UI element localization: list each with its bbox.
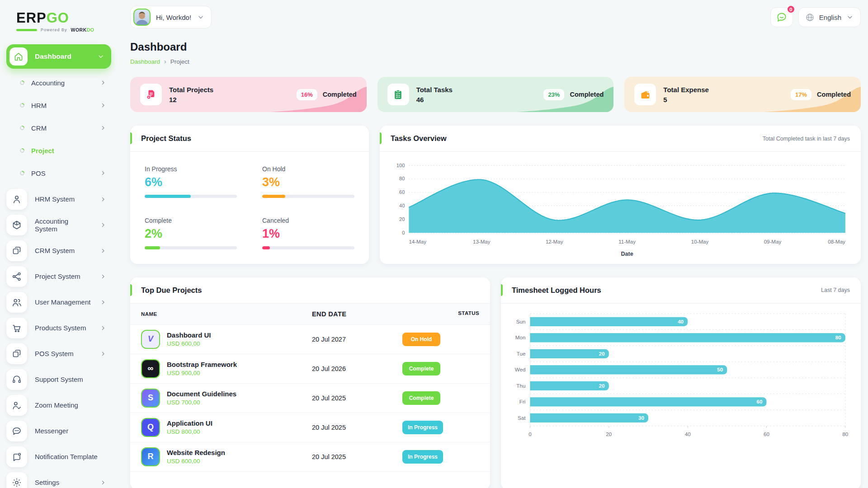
table-row[interactable]: Q Application UI USD 800,00 20 Jul 2025 … <box>130 413 490 442</box>
tasks-overview-title: Tasks Overview <box>391 134 447 143</box>
user-check-icon <box>11 400 22 411</box>
svg-text:Sun: Sun <box>516 319 526 324</box>
svg-text:09-May: 09-May <box>764 239 782 244</box>
svg-text:Thu: Thu <box>516 383 525 389</box>
logo-text-go: GO <box>47 10 69 26</box>
sidebar-item-support-system[interactable]: Support System <box>6 366 111 392</box>
svg-text:80: 80 <box>835 334 841 340</box>
project-end-date: 20 Jul 2025 <box>312 424 402 431</box>
sidebar-item-hrm[interactable]: HRM <box>6 94 111 117</box>
stat-value: 46 <box>416 96 453 103</box>
svg-text:80: 80 <box>842 431 848 437</box>
svg-text:40: 40 <box>678 319 684 324</box>
project-logo: R <box>141 447 160 466</box>
sidebar-item-label: Settings <box>35 479 92 486</box>
logo-underline <box>16 29 37 31</box>
sidebar-item-zoom-meeting[interactable]: Zoom Meeting <box>6 392 111 418</box>
project-end-date: 20 Jul 2027 <box>312 336 402 343</box>
sidebar-item-label: Accounting System <box>35 217 92 233</box>
sidebar-item-messenger[interactable]: Messenger <box>6 418 111 444</box>
bullet-icon <box>19 170 25 176</box>
svg-text:Tue: Tue <box>517 351 526 357</box>
sidebar-item-notification-template[interactable]: Notification Template <box>6 444 111 469</box>
user-menu-button[interactable]: Hi, Workdo! <box>130 6 212 28</box>
sidebar-sub-menu: Accounting HRM CRM Project POS <box>6 71 111 184</box>
sidebar-item-crm-system[interactable]: CRM System <box>6 238 111 263</box>
table-row[interactable]: ∞ Bootstrap Framework USD 900,00 20 Jul … <box>130 354 490 384</box>
status-badge: In Progress <box>402 421 443 434</box>
chat-bubble-icon <box>776 11 788 23</box>
chevron-right-icon <box>99 350 107 357</box>
sidebar-item-label: POS System <box>35 350 92 357</box>
sidebar-item-pos[interactable]: POS <box>6 162 111 184</box>
table-row[interactable]: V Dashboard UI USD 600,00 20 Jul 2027 On… <box>130 325 490 354</box>
sidebar-item-label: HRM <box>31 102 93 109</box>
stat-completed-label: Completed <box>817 91 851 98</box>
svg-text:08-May: 08-May <box>828 239 845 244</box>
stat-value: 12 <box>169 96 213 103</box>
greeting-text: Hi, Workdo! <box>156 14 191 21</box>
stat-card-total-expense: Total Expense 5 17% Completed <box>624 77 861 112</box>
project-name: Bootstrap Framework <box>167 361 237 368</box>
project-name: Website Redesign <box>167 449 225 456</box>
sidebar-item-pos-system[interactable]: POS System <box>6 341 111 366</box>
sidebar-item-label: HRM System <box>35 195 92 203</box>
timesheet-chart[interactable]: 40Sun80Mon20Tue50Wed20Thu60Fri30Sat02040… <box>501 304 861 447</box>
sidebar-item-label: Notification Template <box>35 453 107 460</box>
svg-text:0: 0 <box>402 230 405 235</box>
svg-text:10-May: 10-May <box>691 239 709 244</box>
project-price: USD 700,00 <box>167 399 236 406</box>
stat-percent-badge: 23% <box>543 89 564 100</box>
tasks-icon <box>387 84 409 105</box>
chevron-right-icon <box>99 221 107 229</box>
sidebar-item-accounting-system[interactable]: Accounting System <box>6 212 111 238</box>
stat-card-total-projects: Total Projects 12 16% Completed <box>130 77 367 112</box>
table-row[interactable]: R Website Redesign USD 600,00 20 Jul 202… <box>130 442 490 472</box>
table-body: V Dashboard UI USD 600,00 20 Jul 2027 On… <box>130 325 490 472</box>
bullet-icon <box>19 125 25 131</box>
stat-title: Total Tasks <box>416 86 453 94</box>
chevron-down-icon <box>846 13 854 21</box>
tasks-overview-chart[interactable]: 02040608010014-May13-May12-May11-May10-M… <box>380 152 861 264</box>
language-selector[interactable]: English <box>798 7 861 27</box>
column-name: NAME <box>141 310 312 318</box>
sidebar-item-label: Accounting <box>31 79 93 87</box>
svg-text:40: 40 <box>685 431 691 437</box>
sidebar-item-settings[interactable]: Settings <box>6 469 111 488</box>
chevron-down-icon <box>197 13 205 21</box>
chevron-right-icon <box>99 324 107 332</box>
svg-text:40: 40 <box>399 203 405 208</box>
project-status-card: Project Status In Progress 6% On Hold 3%… <box>130 126 369 264</box>
project-price: USD 800,00 <box>167 428 212 435</box>
sidebar-item-dashboard[interactable]: Dashboard <box>6 44 111 69</box>
gear-icon <box>11 477 22 488</box>
app-logo: ERPGO Powered By WORKDO <box>6 7 111 33</box>
svg-text:Date: Date <box>621 251 633 257</box>
breadcrumb-home-link[interactable]: Dashboard <box>130 58 160 65</box>
sidebar-item-project[interactable]: Project <box>6 139 111 162</box>
frames-icon <box>11 348 22 359</box>
sidebar-item-accounting[interactable]: Accounting <box>6 71 111 94</box>
messages-button[interactable]: 0 <box>770 7 793 27</box>
svg-text:20: 20 <box>399 216 405 222</box>
timesheet-note: Last 7 days <box>821 287 850 293</box>
svg-text:13-May: 13-May <box>473 239 491 244</box>
svg-text:Fri: Fri <box>519 399 526 404</box>
bullet-icon <box>19 147 25 154</box>
sidebar-item-project-system[interactable]: Project System <box>6 263 111 289</box>
bullet-icon <box>19 80 25 86</box>
stat-completed-label: Completed <box>323 91 357 98</box>
sidebar-item-crm[interactable]: CRM <box>6 117 111 139</box>
svg-text:60: 60 <box>756 399 762 404</box>
svg-text:30: 30 <box>638 415 644 421</box>
table-row[interactable]: S Document Guidelines USD 700,00 20 Jul … <box>130 384 490 413</box>
sidebar-item-user-management[interactable]: User Management <box>6 289 111 315</box>
svg-text:50: 50 <box>717 366 723 372</box>
svg-text:80: 80 <box>399 176 405 181</box>
sidebar-item-label: Support System <box>35 375 107 383</box>
breadcrumb-separator: › <box>164 58 166 65</box>
chevron-right-icon <box>99 299 107 306</box>
sidebar-item-products-system[interactable]: Products System <box>6 315 111 341</box>
timesheet-card: Timesheet Logged Hours Last 7 days 40Sun… <box>501 277 861 488</box>
sidebar-item-hrm-system[interactable]: HRM System <box>6 186 111 212</box>
